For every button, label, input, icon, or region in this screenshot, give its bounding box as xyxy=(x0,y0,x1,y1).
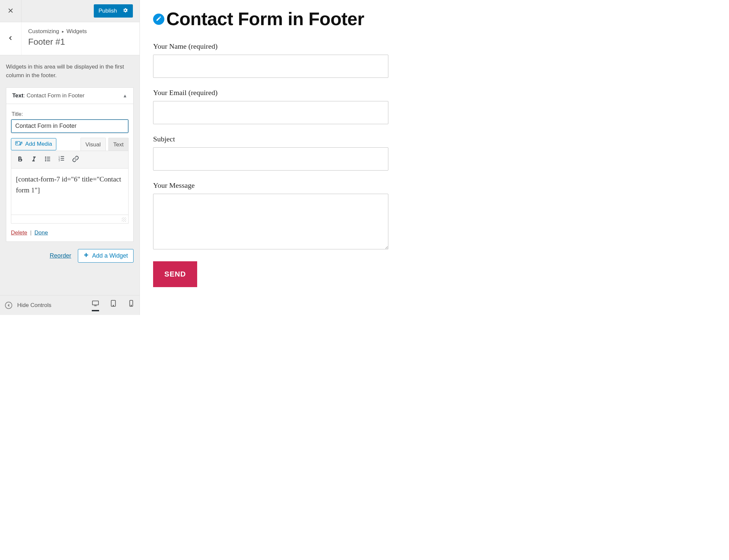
controls-bar: Hide Controls xyxy=(0,295,139,315)
flex-spacer xyxy=(0,270,139,295)
breadcrumb-path: Customizing ▸ Widgets xyxy=(28,28,133,35)
editor-toolbar-row: Add Media Visual Text xyxy=(11,138,129,151)
device-preview-toggle xyxy=(92,299,135,311)
input-email[interactable] xyxy=(153,101,389,124)
widget-rendered-title: Contact Form in Footer xyxy=(166,10,364,28)
editor-content[interactable]: [contact-form-7 id="6" title="Contact fo… xyxy=(11,169,129,215)
breadcrumb-parent: Widgets xyxy=(67,28,87,35)
camera-music-icon xyxy=(15,140,23,148)
site-preview: Contact Form in Footer Your Name (requir… xyxy=(140,0,410,315)
label-email: Your Email (required) xyxy=(153,88,397,97)
close-button[interactable] xyxy=(0,0,22,22)
svg-point-20 xyxy=(113,305,114,306)
close-icon xyxy=(7,7,14,15)
editor-resize-handle[interactable] xyxy=(11,215,129,224)
svg-point-22 xyxy=(131,305,131,306)
bullet-list-button[interactable] xyxy=(42,154,54,166)
publish-button[interactable]: Publish xyxy=(94,4,133,18)
breadcrumb-root: Customizing xyxy=(28,28,59,35)
svg-rect-5 xyxy=(47,159,50,159)
breadcrumb-separator-icon: ▸ xyxy=(62,29,64,34)
field-subject: Subject xyxy=(153,135,397,171)
list-ul-icon xyxy=(44,155,51,164)
input-message[interactable] xyxy=(153,194,389,249)
desktop-icon[interactable] xyxy=(92,299,99,311)
colon: : xyxy=(24,92,26,99)
label-subject: Subject xyxy=(153,135,397,143)
spacer xyxy=(22,0,94,22)
link-button[interactable] xyxy=(70,154,81,166)
separator: | xyxy=(30,229,31,236)
delete-link[interactable]: Delete xyxy=(11,229,27,236)
customizer-sidebar: Publish Customizing ▸ Widgets Footer #1 … xyxy=(0,0,140,315)
field-email: Your Email (required) xyxy=(153,88,397,124)
add-media-label: Add Media xyxy=(25,141,52,147)
svg-rect-13 xyxy=(61,160,64,161)
breadcrumb-header: Customizing ▸ Widgets Footer #1 xyxy=(0,22,139,55)
gear-icon xyxy=(122,7,128,15)
svg-point-2 xyxy=(45,157,46,158)
bold-button[interactable] xyxy=(14,154,26,166)
input-subject[interactable] xyxy=(153,147,389,171)
top-actions: Publish xyxy=(0,0,139,22)
publish-label: Publish xyxy=(98,8,117,14)
italic-icon xyxy=(30,155,37,164)
widget-header[interactable]: Text: Contact Form in Footer ▲ xyxy=(6,88,133,104)
link-icon xyxy=(72,155,79,164)
list-ol-icon: 123 xyxy=(58,155,65,164)
plus-icon xyxy=(83,252,89,259)
widget-actions: Delete | Done xyxy=(11,229,129,236)
widget-title-input[interactable] xyxy=(11,119,129,133)
tab-visual[interactable]: Visual xyxy=(80,138,106,151)
caret-up-icon: ▲ xyxy=(123,93,127,98)
preview-header: Contact Form in Footer xyxy=(153,10,397,28)
back-button[interactable] xyxy=(0,22,22,55)
mobile-icon[interactable] xyxy=(128,299,135,311)
svg-point-1 xyxy=(16,142,17,143)
edit-shortcut-button[interactable] xyxy=(153,14,164,25)
add-widget-button[interactable]: Add a Widget xyxy=(78,249,133,263)
hide-controls-link[interactable]: Hide Controls xyxy=(17,302,51,309)
widget-footer-actions: Reorder Add a Widget xyxy=(0,242,139,270)
chevron-left-icon xyxy=(8,35,14,42)
section-title: Footer #1 xyxy=(28,37,133,47)
tab-text[interactable]: Text xyxy=(108,138,129,151)
field-name: Your Name (required) xyxy=(153,42,397,78)
add-widget-label: Add a Widget xyxy=(92,252,128,259)
richtext-toolbar: 123 xyxy=(11,151,129,169)
svg-point-4 xyxy=(45,158,46,160)
svg-rect-3 xyxy=(47,157,50,158)
svg-point-6 xyxy=(45,160,46,162)
svg-rect-9 xyxy=(61,156,64,157)
widget-type: Text xyxy=(12,92,24,99)
reorder-link[interactable]: Reorder xyxy=(50,252,71,259)
add-media-button[interactable]: Add Media xyxy=(11,138,56,150)
widget-header-title: Text: Contact Form in Footer xyxy=(12,92,84,99)
svg-rect-0 xyxy=(16,141,20,145)
publish-wrap: Publish xyxy=(94,0,139,22)
italic-button[interactable] xyxy=(28,154,40,166)
ordered-list-button[interactable]: 123 xyxy=(56,154,68,166)
tablet-icon[interactable] xyxy=(110,299,117,311)
label-name: Your Name (required) xyxy=(153,42,397,51)
collapse-icon[interactable] xyxy=(5,301,13,309)
done-link[interactable]: Done xyxy=(34,229,48,236)
widget-name: Contact Form in Footer xyxy=(26,92,84,99)
breadcrumb-text: Customizing ▸ Widgets Footer #1 xyxy=(22,22,139,55)
label-message: Your Message xyxy=(153,181,397,190)
svg-rect-7 xyxy=(47,161,50,161)
svg-text:3: 3 xyxy=(59,160,60,162)
section-description: Widgets in this area will be displayed i… xyxy=(0,55,139,81)
svg-rect-15 xyxy=(84,254,88,255)
pencil-icon xyxy=(156,16,162,23)
svg-rect-18 xyxy=(94,305,96,306)
input-name[interactable] xyxy=(153,55,389,78)
send-button[interactable]: SEND xyxy=(153,261,197,287)
widget-body: Title: Add Media Visual xyxy=(6,104,133,241)
svg-rect-17 xyxy=(92,301,98,305)
svg-rect-11 xyxy=(61,158,64,159)
field-message: Your Message xyxy=(153,181,397,251)
editor-tabs: Visual Text xyxy=(80,138,129,151)
title-field-label: Title: xyxy=(12,111,128,117)
widget-text: Text: Contact Form in Footer ▲ Title: xyxy=(6,87,133,242)
